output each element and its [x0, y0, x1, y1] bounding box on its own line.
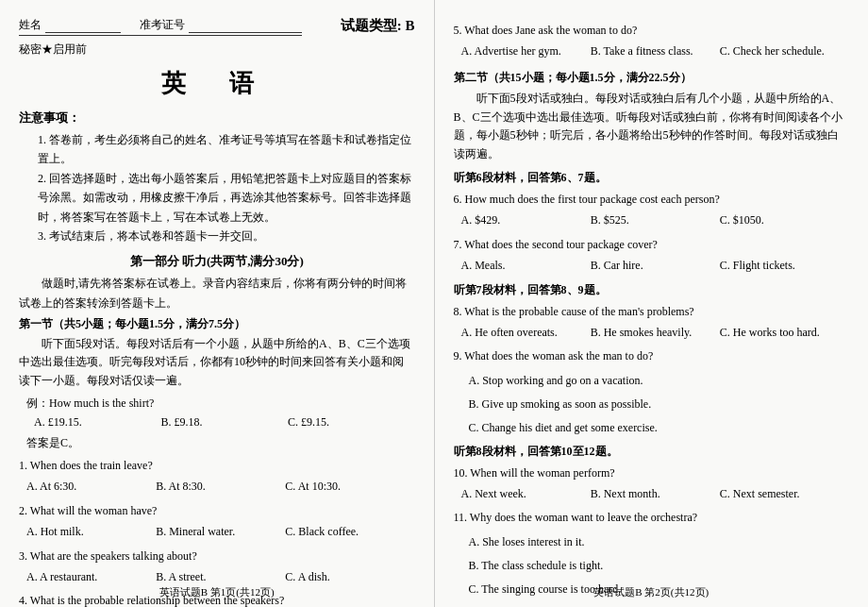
s7-title: 听第7段材料，回答第8、9题。 — [454, 282, 850, 298]
q2-optB: B. Mineral water. — [156, 522, 285, 543]
left-page-footer: 英语试题B 第1页(共12页) — [0, 585, 434, 599]
s6-title: 听第6段材料，回答第6、7题。 — [454, 170, 850, 186]
q9-optC: C. Change his diet and get some exercise… — [469, 418, 850, 437]
example-label: 例：How much is the shirt? — [26, 394, 415, 413]
exam-type: 试题类型: B — [341, 17, 415, 35]
q9-optB: B. Give up smoking as soon as possible. — [469, 395, 850, 413]
question-7-options: A. Meals. B. Car hire. C. Flight tickets… — [461, 256, 850, 277]
question-9-text: 9. What does the woman ask the man to do… — [454, 347, 850, 365]
example-answer: 答案是C。 — [26, 433, 415, 452]
q7-optB: B. Car hire. — [591, 256, 720, 277]
section2-intro: 听下面5段对话或独白。每段对话或独白后有几个小题，从题中所给的A、B、C三个选项… — [454, 90, 850, 164]
name-underline — [45, 18, 121, 33]
question-5-options: A. Advertise her gym. B. Take a fitness … — [461, 42, 850, 62]
question-3-text: 3. What are the speakers talking about? — [19, 548, 415, 565]
q1-optA: A. At 6:30. — [26, 477, 156, 497]
s8-title: 听第8段材料，回答第10至12题。 — [454, 444, 850, 460]
example-options: A. £19.15. B. £9.18. C. £9.15. — [34, 413, 415, 433]
q9-optA: A. Stop working and go on a vacation. — [469, 371, 850, 390]
q10-optC: C. Next semester. — [720, 484, 849, 505]
q5-optB: B. Take a fitness class. — [591, 42, 720, 62]
question-2-text: 2. What will the woman have? — [19, 502, 415, 520]
q8-optA: A. He often overeats. — [461, 323, 591, 344]
q1-optC: C. At 10:30. — [285, 477, 414, 497]
q7-optA: A. Meals. — [461, 256, 591, 277]
q5-optC: C. Check her schedule. — [720, 42, 849, 62]
notice-title: 注意事项： — [19, 110, 415, 126]
q5-optA: A. Advertise her gym. — [461, 42, 591, 62]
question-8-text: 8. What is the probable cause of the man… — [454, 303, 850, 321]
q7-optC: C. Flight tickets. — [720, 256, 849, 277]
question-2-options: A. Hot milk. B. Mineral water. C. Black … — [26, 522, 415, 543]
notice-1: 1. 答卷前，考生必须将自己的姓名、准考证号等填写在答题卡和试卷指定位置上。 — [38, 130, 415, 169]
left-page: 姓名 准考证号 秘密★启用前 试题类型: B 英 语 注意事项： 1. 答卷前，… — [0, 0, 435, 607]
exam-title: 英 语 — [19, 67, 415, 100]
right-page: 5. What does Jane ask the woman to do? A… — [435, 0, 869, 607]
right-page-footer: 英语试题B 第2页(共12页) — [435, 585, 869, 599]
question-6-text: 6. How much does the first tour package … — [454, 191, 850, 209]
page-header-left: 姓名 准考证号 秘密★启用前 试题类型: B — [19, 17, 415, 59]
question-10-text: 10. When will the woman perform? — [454, 464, 850, 482]
sub-section1-intro: 听下面5段对话。每段对话后有一个小题，从题中所给的A、B、C三个选项中选出最佳选… — [19, 335, 415, 390]
question-5-text: 5. What does Jane ask the woman to do? — [454, 22, 850, 40]
id-underline — [189, 18, 302, 33]
example-optC: C. £9.15. — [288, 413, 415, 433]
section1-intro: 做题时,请先将答案标在试卷上。录音内容结束后，你将有两分钟的时间将试卷上的答案转… — [19, 274, 415, 312]
notice-2: 2. 回答选择题时，选出每小题答案后，用铅笔把答题卡上对应题目的答案标号涂黑。如… — [38, 169, 415, 227]
q6-optC: C. $1050. — [720, 211, 849, 231]
example-optB: B. £9.18. — [161, 413, 289, 433]
question-1-text: 1. When does the train leave? — [19, 457, 415, 475]
q1-optB: B. At 8:30. — [156, 477, 285, 497]
sub-section1-title: 第一节（共5小题；每小题1.5分，满分7.5分） — [19, 316, 415, 332]
question-8-options: A. He often overeats. B. He smokes heavi… — [461, 323, 850, 344]
q6-optA: A. $429. — [461, 211, 591, 231]
id-field: 准考证号 — [140, 17, 302, 33]
question-10-options: A. Next week. B. Next month. C. Next sem… — [461, 484, 850, 505]
question-6-options: A. $429. B. $525. C. $1050. — [461, 211, 850, 231]
q8-optB: B. He smokes heavily. — [591, 323, 720, 344]
notice-3: 3. 考试结束后，将本试卷和答题卡一并交回。 — [38, 227, 415, 245]
section1-title: 第一部分 听力(共两节,满分30分) — [19, 253, 415, 270]
name-field: 姓名 — [19, 17, 121, 33]
name-label: 姓名 — [19, 17, 42, 33]
id-label: 准考证号 — [140, 17, 185, 33]
question-11-text: 11. Why does the woman want to leave the… — [454, 509, 850, 527]
name-id-line: 姓名 准考证号 — [19, 17, 302, 36]
q2-optC: C. Black coffee. — [285, 522, 414, 543]
q2-optA: A. Hot milk. — [26, 522, 156, 543]
secret-label: 秘密★启用前 — [19, 42, 302, 58]
question-1-options: A. At 6:30. B. At 8:30. C. At 10:30. — [26, 477, 415, 497]
question-7-text: 7. What does the second tour package cov… — [454, 236, 850, 254]
section2-title: 第二节（共15小题；每小题1.5分，满分22.5分） — [454, 70, 850, 86]
q8-optC: C. He works too hard. — [720, 323, 849, 344]
q6-optB: B. $525. — [591, 211, 720, 231]
q11-optA: A. She loses interest in it. — [469, 532, 850, 551]
example-optA: A. £19.15. — [34, 413, 161, 433]
q10-optA: A. Next week. — [461, 484, 591, 505]
q11-optB: B. The class schedule is tight. — [469, 556, 850, 575]
q10-optB: B. Next month. — [591, 484, 720, 505]
